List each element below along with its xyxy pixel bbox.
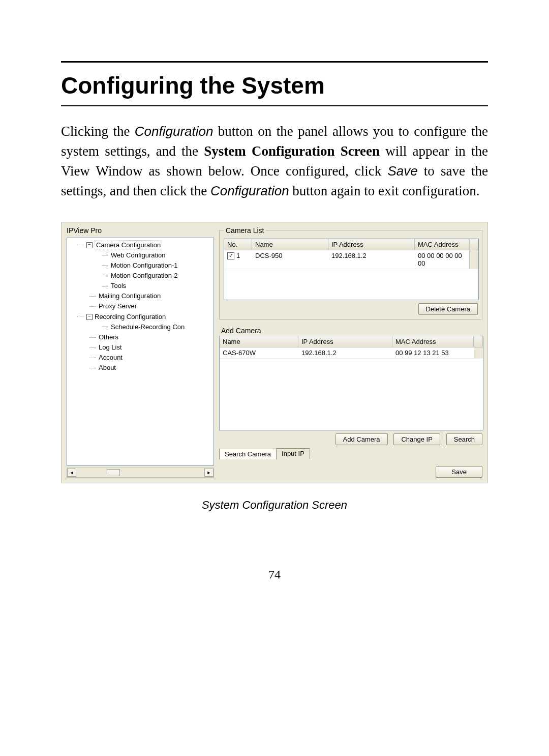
horizontal-scrollbar[interactable]: ◄ ► [67, 468, 214, 478]
delete-camera-button[interactable]: Delete Camera [418, 303, 478, 315]
screenshot-panel: IPView Pro −Camera Configuration Web Con… [61, 222, 488, 483]
text: Clicking the [61, 124, 135, 139]
col-name[interactable]: Name [220, 336, 298, 347]
rule-top [61, 61, 488, 63]
camera-list-grid[interactable]: No. Name IP Address MAC Address ✓1 DCS-9… [224, 239, 479, 300]
tree-label: Motion Configuration-2 [111, 272, 178, 279]
text-italic: Configuration [210, 183, 289, 198]
search-button[interactable]: Search [446, 433, 482, 445]
tree-label: Proxy Server [99, 302, 137, 310]
cell-mac: 00 99 12 13 21 53 [392, 347, 474, 359]
col-scroll [474, 336, 483, 347]
page-title: Configuring the System [61, 72, 488, 99]
table-row[interactable]: CAS-670W 192.168.1.2 00 99 12 13 21 53 [220, 347, 483, 359]
tree-label: Web Configuration [111, 251, 165, 259]
tree-label: Schedule-Recording Con [111, 323, 185, 331]
scroll-right-icon[interactable]: ► [204, 469, 214, 477]
add-camera-grid[interactable]: Name IP Address MAC Address CAS-670W 192… [219, 336, 483, 430]
intro-paragraph: Clicking the Configuration button on the… [61, 122, 488, 201]
tree-item-others[interactable]: Others [89, 332, 211, 342]
cell-name: CAS-670W [220, 347, 298, 359]
cell-scroll [474, 347, 483, 359]
cell-no: ✓1 [224, 250, 252, 269]
col-scroll [469, 239, 478, 250]
change-ip-button[interactable]: Change IP [393, 433, 440, 445]
text: button again to exit configuration. [289, 183, 480, 198]
col-ip[interactable]: IP Address [298, 336, 392, 347]
col-name[interactable]: Name [252, 239, 328, 250]
nav-tree[interactable]: −Camera Configuration Web Configuration … [67, 238, 214, 466]
camera-list-group: Camera List No. Name IP Address MAC Addr… [219, 226, 482, 319]
tree-label: Motion Configuration-1 [111, 261, 178, 269]
scroll-track[interactable] [76, 469, 204, 476]
row-no: 1 [236, 252, 240, 259]
add-camera-legend: Add Camera [221, 327, 482, 335]
grid-header: Name IP Address MAC Address [220, 336, 483, 347]
tab-search-camera[interactable]: Search Camera [219, 449, 277, 459]
tree-label: Recording Configuration [95, 313, 166, 321]
col-ip[interactable]: IP Address [328, 239, 415, 250]
col-no[interactable]: No. [224, 239, 252, 250]
left-pane: IPView Pro −Camera Configuration Web Con… [67, 226, 214, 478]
checkbox-icon[interactable]: ✓ [227, 252, 234, 259]
grid-header: No. Name IP Address MAC Address [224, 239, 478, 250]
app-title: IPView Pro [67, 226, 214, 235]
cell-ip: 192.168.1.2 [328, 250, 415, 269]
cell-ip: 192.168.1.2 [298, 347, 392, 359]
tree-item-schedule[interactable]: Schedule-Recording Con [102, 322, 211, 332]
tree-label: About [99, 364, 116, 371]
text-italic: Configuration [135, 124, 214, 139]
tree-label: Mailing Configuration [99, 292, 161, 300]
tree-item-tools[interactable]: Tools [102, 281, 211, 291]
tree-item-motion2[interactable]: Motion Configuration-2 [102, 271, 211, 281]
col-mac[interactable]: MAC Address [392, 336, 474, 347]
tree-item-web-config[interactable]: Web Configuration [102, 250, 211, 260]
empty-rows [220, 359, 483, 430]
tree-item-mailing[interactable]: Mailing Configuration [89, 291, 211, 301]
rule-under-title [61, 105, 488, 106]
text-italic: Save [387, 163, 417, 179]
add-camera-button[interactable]: Add Camera [336, 433, 388, 445]
tree-label: Log List [99, 343, 122, 351]
collapse-icon[interactable]: − [86, 242, 93, 248]
scroll-left-icon[interactable]: ◄ [67, 469, 76, 477]
right-pane: Camera List No. Name IP Address MAC Addr… [219, 226, 482, 478]
figure-caption: System Configuration Screen [61, 499, 488, 512]
tree-item-about[interactable]: About [89, 363, 211, 373]
cell-mac: 00 00 00 00 00 00 [415, 250, 469, 269]
tree-item-loglist[interactable]: Log List [89, 342, 211, 353]
scroll-thumb[interactable] [107, 469, 120, 476]
tree-label: Tools [111, 282, 126, 289]
empty-rows [224, 269, 478, 300]
tree-item-account[interactable]: Account [89, 353, 211, 363]
text-bold: System Configuration Screen [204, 143, 380, 159]
cell-scroll [469, 250, 478, 269]
add-camera-tabs: Search Camera Input IP [219, 448, 482, 459]
cell-name: DCS-950 [252, 250, 328, 269]
collapse-icon[interactable]: − [86, 314, 93, 320]
tree-item-camera-config[interactable]: −Camera Configuration [77, 240, 211, 250]
tree-item-proxy[interactable]: Proxy Server [89, 301, 211, 311]
save-button[interactable]: Save [436, 466, 482, 478]
col-mac[interactable]: MAC Address [415, 239, 469, 250]
table-row[interactable]: ✓1 DCS-950 192.168.1.2 00 00 00 00 00 00 [224, 250, 478, 269]
tree-label: Others [99, 333, 118, 341]
page-number: 74 [61, 568, 488, 581]
tree-label: Camera Configuration [95, 241, 162, 249]
tree-item-recording[interactable]: −Recording Configuration [77, 312, 211, 322]
camera-list-legend: Camera List [224, 226, 266, 235]
tree-label: Account [99, 354, 123, 361]
tab-input-ip[interactable]: Input IP [276, 448, 310, 459]
tree-item-motion1[interactable]: Motion Configuration-1 [102, 260, 211, 271]
